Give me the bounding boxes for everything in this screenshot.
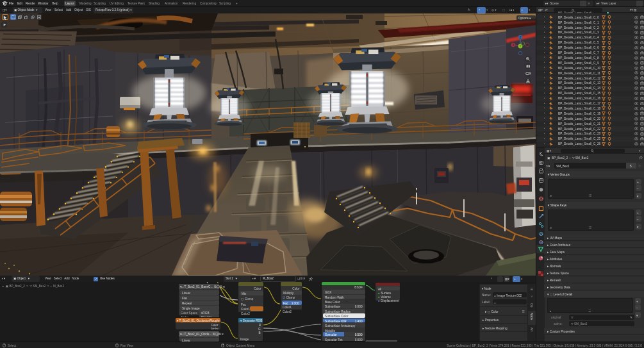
svg-text:Z: Z (520, 36, 522, 39)
svg-text:Y: Y (519, 45, 521, 48)
svg-text:X: X (512, 44, 514, 47)
